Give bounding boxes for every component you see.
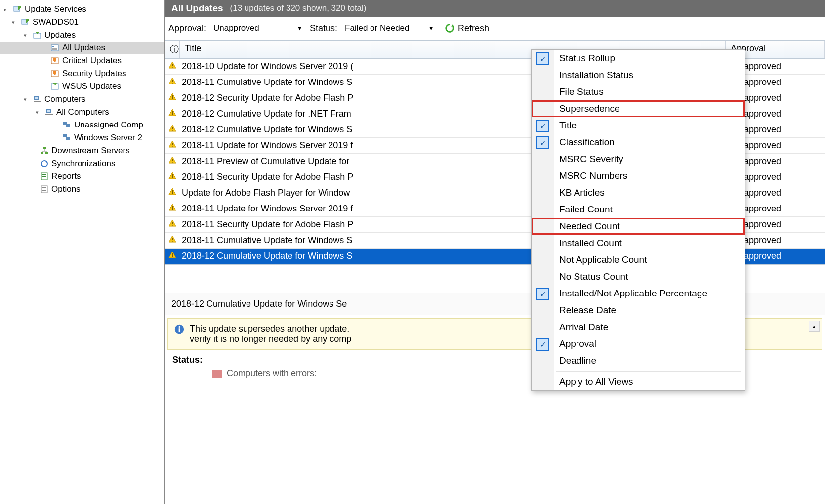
svg-rect-34	[172, 95, 173, 98]
chevron-icon[interactable]	[24, 32, 31, 39]
svg-rect-28	[42, 189, 46, 189]
tree-options[interactable]: Options	[0, 183, 164, 196]
menu-item[interactable]: Supersedence	[532, 100, 745, 117]
menu-item[interactable]: ✓Approval	[532, 336, 745, 352]
sync-icon	[40, 159, 49, 168]
status-value: Failed or Needed	[345, 23, 409, 33]
menu-item[interactable]: ✓Installed/Not Applicable Percentage	[532, 285, 745, 302]
menu-item[interactable]: ✓Title	[532, 117, 745, 134]
tree-computers[interactable]: Computers	[0, 93, 164, 106]
svg-rect-45	[172, 177, 173, 178]
menu-item-label: No Status Count	[559, 271, 628, 282]
svg-rect-41	[172, 146, 173, 147]
tree-label: Update Services	[25, 4, 86, 14]
status-dropdown[interactable]: Failed or Needed ▼	[342, 22, 436, 35]
warning-icon	[168, 140, 176, 148]
svg-rect-32	[172, 80, 173, 82]
scroll-up-button[interactable]: ▴	[809, 321, 820, 332]
warning-icon	[168, 77, 176, 85]
svg-rect-25	[42, 176, 46, 177]
tree-label: All Computers	[56, 107, 109, 117]
menu-item[interactable]: No Status Count	[532, 268, 745, 285]
tree-synchronizations[interactable]: Synchronizations	[0, 157, 164, 170]
chevron-icon[interactable]	[24, 96, 31, 103]
tree-downstream-servers[interactable]: Downstream Servers	[0, 144, 164, 157]
svg-rect-3	[51, 45, 58, 51]
menu-item[interactable]: Arrival Date	[532, 319, 745, 336]
svg-rect-53	[172, 241, 173, 242]
menu-item-label: Installed/Not Applicable Percentage	[559, 288, 707, 299]
computers-icon	[33, 95, 42, 104]
menu-item[interactable]: MSRC Severity	[532, 151, 745, 168]
chevron-icon[interactable]	[4, 6, 11, 13]
svg-rect-27	[42, 187, 46, 188]
menu-item-label: Not Applicable Count	[559, 254, 647, 265]
svg-rect-38	[172, 127, 173, 129]
menu-item-label: Arrival Date	[559, 322, 608, 333]
menu-item[interactable]: File Status	[532, 84, 745, 100]
menu-item-label: Installation Status	[559, 70, 633, 81]
filter-bar: Approval: Unapproved ▼ Status: Failed or…	[165, 17, 825, 40]
refresh-button[interactable]: Refresh	[444, 23, 489, 34]
menu-item[interactable]: Not Applicable Count	[532, 252, 745, 268]
svg-rect-47	[172, 193, 173, 194]
menu-item[interactable]: Failed Count	[532, 201, 745, 218]
svg-rect-54	[172, 253, 173, 256]
svg-rect-44	[172, 174, 173, 177]
svg-rect-4	[52, 46, 54, 47]
warning-icon	[168, 109, 176, 117]
approval-dropdown[interactable]: Unapproved ▼	[211, 22, 305, 35]
tree-unassigned-computers[interactable]: Unassigned Comp	[0, 119, 164, 131]
svg-point-57	[178, 326, 180, 328]
banner-text-left2: verify it is no longer needed by any com…	[190, 334, 351, 344]
svg-rect-15	[45, 114, 53, 115]
menu-item[interactable]: KB Articles	[532, 184, 745, 201]
svg-rect-29	[42, 190, 46, 191]
menu-item[interactable]: Installed Count	[532, 235, 745, 252]
options-icon	[40, 185, 49, 194]
svg-rect-49	[172, 209, 173, 210]
tree-all-computers[interactable]: All Computers	[0, 106, 164, 119]
tree-all-updates[interactable]: All Updates	[0, 42, 164, 54]
tree-label: All Updates	[62, 43, 105, 53]
view-title: All Updates	[171, 3, 223, 14]
menu-item-label: Deadline	[559, 355, 596, 366]
caret-down-icon: ▼	[428, 25, 434, 31]
tree-critical-updates[interactable]: Critical Updates	[0, 54, 164, 67]
warning-icon	[168, 125, 176, 132]
menu-item-label: Status Rollup	[559, 53, 615, 64]
svg-rect-39	[172, 130, 173, 131]
warning-icon	[168, 251, 176, 259]
tree-security-updates[interactable]: Security Updates	[0, 67, 164, 80]
menu-item[interactable]: Release Date	[532, 302, 745, 319]
tree-label: Security Updates	[62, 69, 126, 79]
menu-item[interactable]: Installation Status	[532, 67, 745, 84]
menu-item[interactable]: MSRC Numbers	[532, 168, 745, 184]
svg-rect-17	[66, 124, 70, 127]
tree-label: Critical Updates	[62, 56, 122, 66]
svg-rect-48	[172, 206, 173, 209]
status-label: Status:	[310, 23, 337, 34]
menu-item[interactable]: Apply to All Views	[532, 374, 745, 390]
warning-icon	[168, 204, 176, 211]
warning-icon	[168, 61, 176, 69]
svg-rect-2	[34, 33, 41, 38]
tree-label: SWADDS01	[33, 17, 79, 27]
menu-item[interactable]: Deadline	[532, 352, 745, 369]
wsus-icon	[50, 82, 60, 91]
menu-item[interactable]: Needed Count	[532, 218, 745, 235]
tree-updates[interactable]: Updates	[0, 29, 164, 42]
menu-item[interactable]: ✓Classification	[532, 134, 745, 151]
menu-item[interactable]: ✓Status Rollup	[532, 50, 745, 67]
tree-wsus-updates[interactable]: WSUS Updates	[0, 80, 164, 93]
tree-label: Downstream Servers	[51, 146, 130, 156]
status-label: Status:	[172, 355, 203, 365]
chevron-icon[interactable]	[12, 19, 19, 26]
chevron-icon[interactable]	[36, 109, 42, 116]
tree-windows-server-group[interactable]: Windows Server 2	[0, 131, 164, 144]
tree-reports[interactable]: Reports	[0, 170, 164, 183]
tree-server[interactable]: SWADDS01	[0, 16, 164, 29]
tree-root[interactable]: Update Services	[0, 3, 164, 16]
check-icon: ✓	[536, 288, 549, 300]
column-icon[interactable]: ⓘ	[165, 41, 180, 58]
